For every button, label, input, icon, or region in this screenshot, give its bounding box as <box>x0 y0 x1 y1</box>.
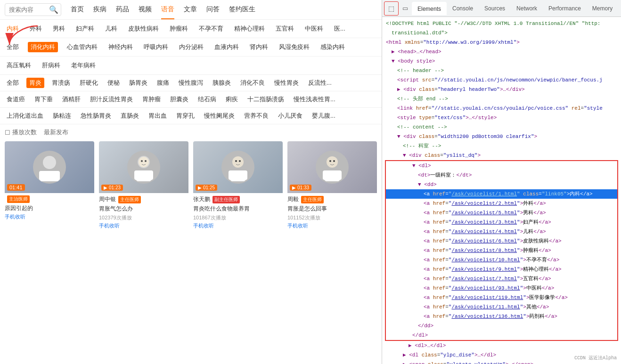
dept-fengshi[interactable]: 风湿免疫科 <box>277 42 311 52</box>
dept-neke[interactable]: 内科 <box>5 24 21 34</box>
disease-all[interactable]: 全部 <box>5 78 21 88</box>
phone-listen-2[interactable]: 手机收听 <box>99 222 188 229</box>
dept-buyun[interactable]: 不孕不育 <box>197 24 225 34</box>
dom-a-buyun[interactable]: <a href="/ask/voicelist/10.html">不孕不育</a… <box>386 255 617 265</box>
dom-width1200[interactable]: ▼ <div class="width1200 pdBottom30 clear… <box>382 132 621 141</box>
dept-erke[interactable]: 儿科 <box>103 24 119 34</box>
tab-performance[interactable]: Performance <box>543 2 587 15</box>
disease-changzhanlian[interactable]: 肠粘连 <box>51 111 73 121</box>
dom-headeryl[interactable]: ▶ <div class="headeryl headerTwo">…</div… <box>382 85 621 94</box>
dept-ganran[interactable]: 感染内科 <box>319 42 347 52</box>
sort-play-count[interactable]: ☐ 播放次数 <box>5 128 37 137</box>
dom-header-end-comment[interactable]: <!-- 头部 end --> <box>382 94 621 104</box>
video-thumb-4[interactable]: ▶ 01:33 <box>287 141 377 193</box>
nav-disease[interactable]: 疾病 <box>93 0 106 19</box>
dom-keshi-comment[interactable]: <!-- 科室 --> <box>382 141 621 151</box>
tab-sources[interactable]: Sources <box>479 2 511 15</box>
dom-dt[interactable]: <dt>一级科室：</dt> <box>386 170 617 180</box>
disease-weiku[interactable]: 胃溃疡 <box>50 78 72 88</box>
disease-weichuankong[interactable]: 胃穿孔 <box>174 111 196 121</box>
dept-laonian[interactable]: 老年病科 <box>69 60 98 71</box>
dom-html[interactable]: <html xmlns="http://www.w3.org/1999/xhtm… <box>382 38 621 47</box>
dom-a-neike[interactable]: <a href="/ask/voicelist/1.html" class="l… <box>386 189 617 199</box>
search-box[interactable]: 🔍 <box>5 3 61 16</box>
nav-article[interactable]: 文章 <box>184 0 197 19</box>
nav-video[interactable]: 视频 <box>139 0 152 19</box>
disease-changwei[interactable]: 肠胃炎 <box>127 78 149 88</box>
disease-manxingfuxie[interactable]: 慢性腹泻 <box>177 78 205 88</box>
disease-jixingchangwei[interactable]: 急性肠胃炎 <box>79 111 113 121</box>
tab-elements[interactable]: Elements <box>412 2 447 15</box>
dom-yslist-dq[interactable]: ▼ <div class="yslist_dq"> <box>382 151 621 160</box>
disease-weichuixue[interactable]: 胃出血 <box>147 111 169 121</box>
dom-body[interactable]: ▼ <body style> <box>382 57 621 66</box>
disease-manxinglanwei[interactable]: 慢性阑尾炎 <box>202 111 237 121</box>
dept-more[interactable]: 医... <box>332 24 347 34</box>
inspect-element-icon[interactable]: ⬚ <box>384 1 399 16</box>
dept-fuchanke[interactable]: 妇产科 <box>74 24 96 34</box>
disease-yingyang[interactable]: 营养不良 <box>242 111 270 121</box>
dept-neifen[interactable]: 内分泌科 <box>177 42 205 52</box>
dept-ganbingke[interactable]: 肝病科 <box>40 60 62 71</box>
dom-a-zhongliuke[interactable]: <a href="/ask/voicelist/8.html">肿瘤科</a> <box>386 246 617 255</box>
dom-link[interactable]: <link href="//static.youlai.cn/css/youla… <box>382 104 621 113</box>
dom-script[interactable]: <script src="//static.youlai.cn/js/newco… <box>382 75 621 85</box>
dom-a-wuguan[interactable]: <a href="/ask/voicelist/7.html">五官科</a> <box>386 274 617 283</box>
dept-wuguanke[interactable]: 五官科 <box>274 24 296 34</box>
disease-yingerfumore[interactable]: 婴儿腹... <box>310 111 337 121</box>
disease-shidao[interactable]: 食道癌 <box>5 94 27 105</box>
tab-network[interactable]: Network <box>511 2 543 15</box>
dom-a-jingshen[interactable]: <a href="/ask/voicelist/9.html">精神心理科</a… <box>386 265 617 274</box>
dom-header-comment[interactable]: <!-- header --> <box>382 66 621 75</box>
disease-shangxiaohua[interactable]: 上消化道出血 <box>5 111 45 121</box>
video-thumb-2[interactable]: ▶ 01:23 <box>99 141 188 193</box>
disease-jiugan[interactable]: 酒精肝 <box>60 94 82 105</box>
dom-content-comment[interactable]: <!-- content --> <box>382 122 621 132</box>
devtools-content[interactable]: <!DOCTYPE html PUBLIC "-//W3C//DTD XHTML… <box>382 17 621 364</box>
dept-xinxueguan[interactable]: 心血管内科 <box>65 42 99 52</box>
disease-weizhongliu[interactable]: 胃肿瘤 <box>140 94 163 105</box>
dept-waike[interactable]: 外科 <box>28 24 44 34</box>
dom-a-fuchanke[interactable]: <a href="/ask/voicelist/3.html">妇产科</a> <box>386 218 617 227</box>
dept-huxike[interactable]: 呼吸内科 <box>142 42 170 52</box>
disease-shi2zhi[interactable]: 十二指肠溃疡 <box>245 94 286 105</box>
disease-xiaoeryan[interactable]: 小儿厌食 <box>276 111 304 121</box>
disease-dananyan[interactable]: 胆囊炎 <box>168 94 190 105</box>
nav-home[interactable]: 首页 <box>71 0 84 19</box>
dom-dl-close[interactable]: </dl> <box>386 331 617 340</box>
disease-weidiaxie[interactable]: 胃下垂 <box>33 94 55 105</box>
dom-doctype[interactable]: <!DOCTYPE html PUBLIC "-//W3C//DTD XHTML… <box>382 19 621 28</box>
dept-shennei[interactable]: 肾内科 <box>248 42 270 52</box>
dept-jingshenlke[interactable]: 精神心理科 <box>232 24 267 34</box>
sort-latest[interactable]: 最新发布 <box>44 128 68 137</box>
disease-yixianyan[interactable]: 胰腺炎 <box>211 78 233 88</box>
dom-a-waike[interactable]: <a href="/ask/voicelist/2.html">外科</a> <box>386 199 617 208</box>
nav-doctor[interactable]: 签约医生 <box>229 0 255 19</box>
disease-manxingqian[interactable]: 慢性浅表性胃... <box>292 94 337 105</box>
dom-style[interactable]: <style type="text/css">…</style> <box>382 113 621 122</box>
dept-pifuke[interactable]: 皮肤性病科 <box>126 24 161 34</box>
disease-weiy[interactable]: 胃炎 <box>26 78 44 88</box>
dept-nanke[interactable]: 男科 <box>51 24 67 34</box>
dom-a-yixue[interactable]: <a href="/ask/voicelist/119.html">医学影像学<… <box>386 293 617 302</box>
phone-listen-3[interactable]: 手机收听 <box>193 222 283 229</box>
dom-a-nanke[interactable]: <a href="/ask/voicelist/5.html">男科</a> <box>386 208 617 218</box>
dept-xueyeke[interactable]: 血液内科 <box>212 42 241 52</box>
video-thumb-1[interactable]: 01:41 <box>5 141 94 193</box>
disease-bianmi[interactable]: 便秘 <box>106 78 122 88</box>
phone-listen-4[interactable]: 手机收听 <box>287 222 377 229</box>
dept-zhongliuke[interactable]: 肿瘤科 <box>168 24 190 34</box>
tab-console[interactable]: Console <box>447 2 479 15</box>
disease-fanliuxing[interactable]: 反流性... <box>306 78 334 88</box>
disease-zhichangyan[interactable]: 直肠炎 <box>119 111 141 121</box>
dept-zhongyike[interactable]: 中医科 <box>303 24 325 34</box>
dom-dl-ellipsis[interactable]: ▶ <dl>…</dl> <box>382 341 621 350</box>
device-mode-icon[interactable]: ▭ <box>399 2 412 15</box>
disease-jieshizheng[interactable]: 结石病 <box>196 94 218 105</box>
dom-dd-close[interactable]: </dd> <box>386 321 617 331</box>
disease-ganying[interactable]: 肝硬化 <box>78 78 100 88</box>
nav-medicine[interactable]: 药品 <box>116 0 129 19</box>
nav-qa[interactable]: 问答 <box>206 0 220 19</box>
phone-listen-1[interactable]: 手机收听 <box>5 213 94 220</box>
dept-shenjingke[interactable]: 神经内科 <box>106 42 135 52</box>
